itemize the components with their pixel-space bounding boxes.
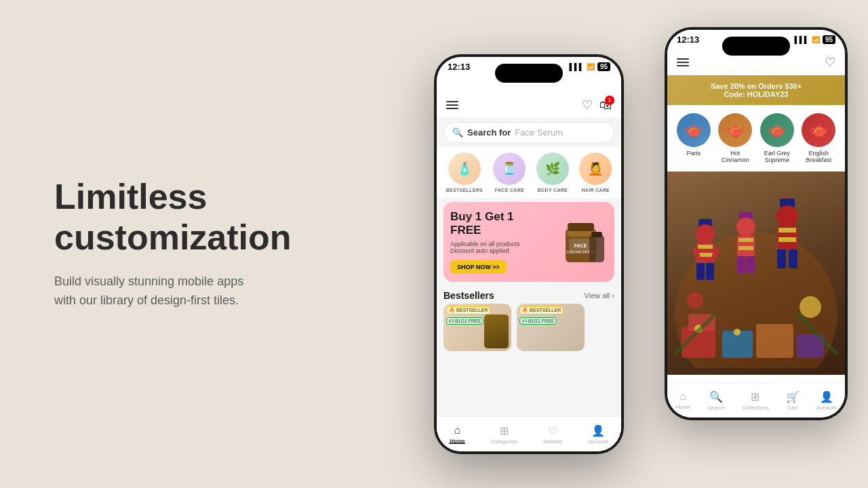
view-all-link[interactable]: View all › [585,291,614,300]
sub-text: Build visually stunning mobile appswith … [54,272,407,311]
bestseller-badge-1: 🔥 BESTSELLER [446,306,490,314]
tea-paris[interactable]: 🫖 Paris [677,113,711,163]
phone-back-inner: 12:13 ▌▌▌ 📶 95 ♡ Save 20% on Orders $30+… [667,30,845,418]
svg-rect-27 [756,324,793,358]
category-face[interactable]: 🫙 FACE CARE [493,152,526,192]
product-card-1[interactable]: 🔥 BESTSELLER 🏷 B1G1 FREE ♡ [443,304,511,351]
front-cart-wrapper[interactable]: 🛍 1 [599,98,612,113]
hero-image [667,171,845,375]
svg-rect-42 [591,232,602,237]
search-icon: 🔍 [452,127,463,138]
product-img-1: 🔥 BESTSELLER 🏷 B1G1 FREE ♡ [443,304,511,351]
dynamic-island-back [722,37,790,56]
nav-account[interactable]: 👤 Account [589,424,608,445]
categories-row: 🧴 BESTSELLERS 🫙 FACE CARE 🌿 BODY CARE 💆 … [437,147,621,198]
back-nav-search[interactable]: 🔍 Search [708,390,725,411]
back-bottom-nav: ⌂ Home 🔍 Search ⊞ Collections 🛒 Cart 👤 [667,382,845,418]
back-search-label: Search [708,405,725,411]
promo-button[interactable]: SHOP NOW >> [450,260,507,274]
svg-rect-20 [778,228,796,232]
account-icon: 👤 [591,424,605,437]
promo-gold-line2: Code: HOLIDAY23 [677,90,835,98]
tea-earl-circle: 🫖 [760,113,794,147]
front-phone-content: ♡ 🛍 1 🔍 Search for Face Serum [437,92,621,451]
category-body[interactable]: 🌿 BODY CARE [536,152,569,192]
back-cart-icon: 🛒 [786,390,800,403]
phone-back: 12:13 ▌▌▌ 📶 95 ♡ Save 20% on Orders $30+… [665,27,848,420]
svg-point-2 [696,224,715,243]
category-hair[interactable]: 💆 HAIR CARE [579,152,612,192]
front-menu-icon[interactable] [446,101,458,109]
tea-paris-circle: 🫖 [677,113,711,147]
back-nav-cart[interactable]: 🛒 Cart [786,390,800,411]
product-card-2[interactable]: 🔥 BESTSELLER 🏷 B1G1 FREE [517,304,585,351]
product-img-2: 🔥 BESTSELLER 🏷 B1G1 FREE [517,304,585,351]
promo-image: FACE CREAM SPF30 [553,215,608,269]
hair-label: HAIR CARE [581,188,610,192]
svg-rect-21 [778,237,796,242]
left-section: Limitless customization Build visually s… [54,177,407,310]
back-collections-label: Collections [742,405,768,411]
back-nav-account[interactable]: 👤 Account [816,390,836,411]
svg-rect-6 [696,263,705,280]
svg-rect-15 [737,256,745,273]
bogo-badge-2: 🏷 B1G1 FREE [519,317,557,325]
tea-english[interactable]: 🫖 EnglishBreakfast [802,113,835,163]
front-battery: 95 [597,62,610,71]
svg-rect-22 [777,249,786,268]
front-app-header: ♡ 🛍 1 [437,92,621,118]
back-status-icons: ▌▌▌ 📶 95 [795,35,835,44]
face-img: 🫙 [493,152,526,185]
home-icon: ⌂ [454,424,461,436]
back-account-label: Account [816,405,836,411]
back-cart-label: Cart [787,405,797,411]
promo-banner[interactable]: Buy 1 Get 1FREE Applicable on all produc… [443,202,614,282]
phones-container: 12:13 ▌▌▌ 📶 95 ♡ Save 20% on Orders $30+… [393,0,868,488]
tea-earl-label: Earl GreySupreme [764,150,790,163]
category-bestsellers[interactable]: 🧴 BESTSELLERS [446,152,483,192]
front-wishlist-icon[interactable]: ♡ [582,98,593,113]
front-status-time: 12:13 [448,62,470,71]
nav-wishlist[interactable]: ♡ Wishlist [544,424,563,445]
back-collections-icon: ⊞ [751,390,760,403]
back-nav-home[interactable]: ⌂ Home [676,390,690,410]
svg-point-32 [687,292,703,308]
svg-rect-41 [589,235,604,262]
promo-subtitle: Applicable on all productsDiscount auto … [450,241,553,254]
bogo-badge-1: 🏷 B1G1 FREE [446,317,484,325]
back-nav-collections[interactable]: ⊞ Collections [742,390,768,411]
back-account-icon: 👤 [820,390,833,403]
nav-categories[interactable]: ⊞ Categories [491,424,517,445]
hair-img: 💆 [579,152,612,185]
promo-gold-line1: Save 20% on Orders $30+ [677,82,835,90]
promo-text: Buy 1 Get 1FREE Applicable on all produc… [450,210,553,274]
tea-circles-row: 🫖 Paris 🫖 HotCinnamon 🫖 Earl GreySupreme… [667,105,845,171]
nav-home[interactable]: ⌂ Home [450,424,465,444]
search-placeholder: Face Serum [515,127,563,138]
tea-hot-circle: 🫖 [718,113,752,147]
tea-english-circle: 🫖 [802,113,835,147]
search-bar[interactable]: 🔍 Search for Face Serum [443,122,614,143]
back-status-time: 12:13 [677,35,699,44]
svg-rect-14 [738,246,753,250]
bestsellers-header: Bestsellers View all › [437,286,621,304]
promo-gold-banner: Save 20% on Orders $30+ Code: HOLIDAY23 [667,75,845,105]
svg-text:FACE: FACE [574,243,587,248]
face-label: FACE CARE [495,188,524,192]
tea-earl[interactable]: 🫖 Earl GreySupreme [760,113,794,163]
account-label: Account [589,439,608,445]
svg-rect-16 [747,256,755,273]
categories-icon: ⊞ [500,424,509,437]
body-label: BODY CARE [538,188,568,192]
back-wishlist-icon[interactable]: ♡ [825,55,835,70]
phone-front: 12:13 ▌▌▌ 📶 95 ♡ 🛍 [434,54,624,454]
nav-active-indicator [449,443,465,444]
tea-hot[interactable]: 🫖 HotCinnamon [718,113,752,163]
promo-product-svg: FACE CREAM SPF30 [555,215,606,269]
svg-point-18 [776,205,798,227]
back-menu-icon[interactable] [677,58,689,66]
back-battery: 95 [823,35,835,44]
svg-point-31 [800,296,821,318]
front-wifi-icon: 📶 [587,63,595,70]
front-cart-badge: 1 [605,96,614,105]
